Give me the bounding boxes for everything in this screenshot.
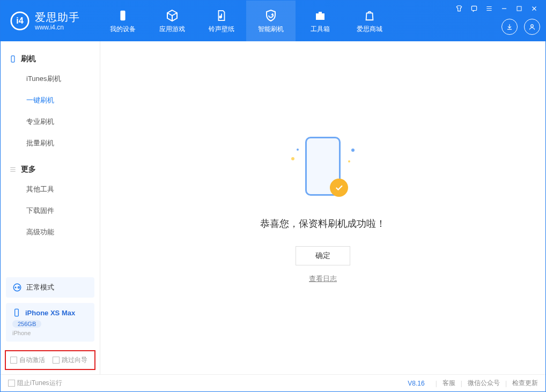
auto-activate-checkbox[interactable]: 自动激活 <box>10 356 45 365</box>
svg-rect-7 <box>11 56 14 62</box>
music-file-icon <box>215 9 228 23</box>
svg-point-9 <box>15 287 17 289</box>
check-icon <box>330 179 348 197</box>
svg-rect-1 <box>517 6 521 11</box>
mode-label: 正常模式 <box>26 283 54 292</box>
sidebar-item-download-firmware[interactable]: 下载固件 <box>1 200 100 221</box>
maximize-icon[interactable] <box>514 4 524 13</box>
svg-rect-0 <box>471 6 476 10</box>
block-itunes-checkbox[interactable]: 阻止iTunes运行 <box>8 379 62 388</box>
mode-card[interactable]: 正常模式 <box>6 277 94 298</box>
close-icon[interactable] <box>529 4 539 13</box>
success-message: 恭喜您，保资料刷机成功啦！ <box>260 217 386 230</box>
cube-icon <box>165 9 179 23</box>
phone-icon <box>12 308 21 317</box>
app-title: 爱思助手 <box>35 11 80 24</box>
app-header: i4 爱思助手 www.i4.cn 我的设备 应用游戏 铃声壁纸 智能刷机 <box>1 1 545 41</box>
sidebar-item-advanced[interactable]: 高级功能 <box>1 221 100 243</box>
sidebar-section-more: 更多 <box>1 160 100 179</box>
nav-flash[interactable]: 智能刷机 <box>246 1 296 41</box>
download-button[interactable] <box>501 19 518 35</box>
view-log-link[interactable]: 查看日志 <box>309 274 337 284</box>
svg-point-5 <box>219 16 222 18</box>
toolbox-icon <box>313 9 327 23</box>
check-update-link[interactable]: 检查更新 <box>512 379 538 388</box>
device-card[interactable]: iPhone XS Max 256GB iPhone <box>6 303 94 342</box>
list-icon <box>9 166 17 173</box>
main-content: 恭喜您，保资料刷机成功啦！ 确定 查看日志 <box>100 41 545 374</box>
svg-text:i4: i4 <box>16 16 24 25</box>
svg-point-6 <box>531 25 534 27</box>
ok-button[interactable]: 确定 <box>296 246 350 265</box>
sidebar-item-other-tools[interactable]: 其他工具 <box>1 179 100 200</box>
wechat-link[interactable]: 微信公众号 <box>468 379 500 388</box>
support-link[interactable]: 客服 <box>442 379 455 388</box>
nav-store[interactable]: 爱思商城 <box>345 1 394 41</box>
refresh-shield-icon <box>264 9 278 23</box>
sidebar-item-pro-flash[interactable]: 专业刷机 <box>1 111 100 132</box>
sidebar-item-itunes-flash[interactable]: iTunes刷机 <box>1 68 100 90</box>
svg-rect-11 <box>15 309 19 316</box>
minimize-icon[interactable] <box>499 4 509 13</box>
device-type: iPhone <box>12 330 31 336</box>
version-label: V8.16 <box>408 380 424 387</box>
success-illustration <box>288 132 358 202</box>
nav-apps[interactable]: 应用游戏 <box>147 1 197 41</box>
device-name: iPhone XS Max <box>25 309 75 317</box>
storage-badge: 256GB <box>12 320 41 328</box>
svg-rect-4 <box>120 10 125 20</box>
bag-icon <box>363 9 377 23</box>
account-button[interactable] <box>524 19 540 35</box>
highlighted-options: 自动激活 跳过向导 <box>5 350 95 370</box>
sidebar-item-oneclick-flash[interactable]: 一键刷机 <box>1 90 100 111</box>
app-subtitle: www.i4.cn <box>35 24 80 31</box>
menu-icon[interactable] <box>484 4 494 13</box>
sidebar: 刷机 iTunes刷机 一键刷机 专业刷机 批量刷机 更多 其他工具 下载固件 … <box>1 41 100 374</box>
feedback-icon[interactable] <box>469 4 479 13</box>
skip-guide-checkbox[interactable]: 跳过向导 <box>53 356 87 365</box>
tshirt-icon[interactable] <box>454 4 464 13</box>
nav-my-device[interactable]: 我的设备 <box>98 1 147 41</box>
app-logo: i4 爱思助手 www.i4.cn <box>10 11 80 31</box>
sidebar-section-flash: 刷机 <box>1 50 100 68</box>
phone-icon <box>9 55 17 63</box>
top-nav: 我的设备 应用游戏 铃声壁纸 智能刷机 工具箱 爱思商城 <box>98 1 394 41</box>
svg-point-10 <box>18 287 20 289</box>
footer: 阻止iTunes运行 V8.16 | 客服 | 微信公众号 | 检查更新 <box>1 374 545 391</box>
device-icon <box>116 9 130 23</box>
sync-icon <box>12 283 22 292</box>
nav-ringtones[interactable]: 铃声壁纸 <box>197 1 246 41</box>
sidebar-item-batch-flash[interactable]: 批量刷机 <box>1 132 100 154</box>
nav-tools[interactable]: 工具箱 <box>296 1 345 41</box>
